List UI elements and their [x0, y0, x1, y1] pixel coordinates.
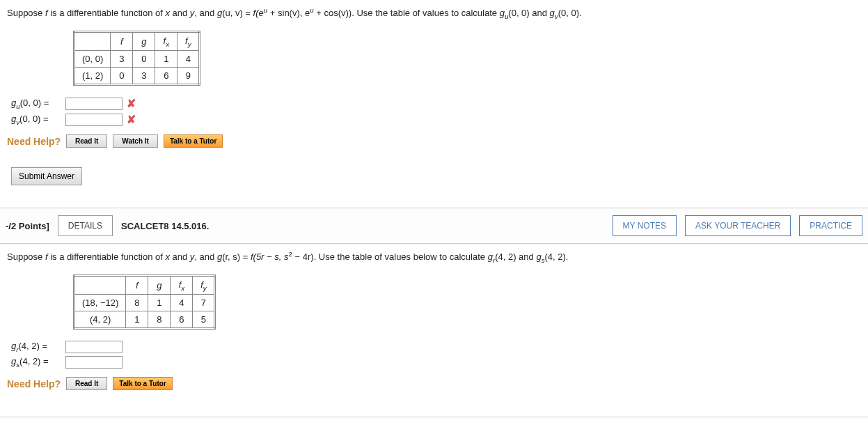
question-header-bar: -/2 Points] DETAILS SCALCET8 14.5.016. M… — [0, 208, 868, 244]
table-row: (0, 0) 3 0 1 4 — [74, 51, 200, 68]
table-cell: 0 — [133, 51, 155, 68]
need-help-label: Need Help? — [7, 136, 61, 147]
table-row: (18, −12) 8 1 4 7 — [74, 295, 215, 311]
table-cell: 3 — [111, 51, 133, 68]
text: g — [500, 8, 505, 18]
table-cell: 1 — [126, 311, 148, 329]
text: and — [170, 252, 190, 262]
table-cell: 6 — [171, 311, 193, 329]
table-header-row: f g fx fy — [74, 31, 200, 51]
text: f(e — [253, 8, 264, 18]
q1-answer-gv: gv(0, 0) = ✘ — [11, 113, 861, 126]
table-cell: 1 — [155, 51, 177, 68]
table-cell: 7 — [193, 295, 215, 311]
table-header — [74, 31, 111, 51]
text: + sin(v), e — [267, 8, 310, 18]
text: , and — [194, 252, 217, 262]
text: is a differentiable function of — [48, 252, 166, 262]
text: − 4r). Use the table of values below to … — [292, 252, 488, 262]
q2-table: f g fx fy (18, −12) 8 1 4 7 (4, 2) 1 8 6… — [73, 275, 216, 330]
table-cell: 4 — [171, 295, 193, 311]
text: (4, 2) and — [495, 252, 536, 262]
wrong-icon: ✘ — [127, 113, 136, 126]
table-cell: (1, 2) — [74, 68, 111, 85]
text: (u, v) = — [222, 8, 253, 18]
table-header — [74, 275, 126, 295]
text: , and — [194, 8, 217, 18]
table-cell: 9 — [177, 68, 200, 85]
answer-input-gr[interactable] — [65, 341, 123, 353]
text: + cos(v)). Use the table of values to ca… — [314, 8, 500, 18]
table-cell: 3 — [133, 68, 155, 85]
text: and — [170, 8, 190, 18]
table-cell: (4, 2) — [74, 311, 126, 329]
table-header: fx — [155, 31, 177, 51]
answer-label: gv(0, 0) = — [11, 114, 65, 126]
table-row: (4, 2) 1 8 6 5 — [74, 311, 215, 329]
table-row: (1, 2) 0 3 6 9 — [74, 68, 200, 85]
watch-it-button[interactable]: Watch It — [113, 134, 158, 148]
table-cell: 5 — [193, 311, 215, 329]
read-it-button[interactable]: Read It — [66, 134, 107, 148]
text: Suppose — [7, 8, 45, 18]
answer-input-gv[interactable] — [65, 114, 123, 126]
ask-teacher-button[interactable]: ASK YOUR TEACHER — [685, 215, 791, 236]
table-header-row: f g fx fy — [74, 275, 215, 295]
answer-label: gu(0, 0) = — [11, 98, 65, 110]
q1-table: f g fx fy (0, 0) 3 0 1 4 (1, 2) 0 3 6 9 — [73, 31, 200, 86]
q2-prompt: Suppose f is a differentiable function o… — [7, 249, 861, 266]
text: g — [550, 8, 555, 18]
table-header: f — [126, 275, 148, 295]
details-button[interactable]: DETAILS — [58, 215, 113, 236]
talk-to-tutor-button[interactable]: Talk to a Tutor — [164, 134, 223, 148]
text: g — [536, 252, 541, 262]
question-1: Suppose f is a differentiable function o… — [0, 0, 868, 191]
text: g — [488, 252, 493, 262]
answer-label: gr(4, 2) = — [11, 341, 65, 353]
q2-answer-gs: gs(4, 2) = — [11, 356, 861, 369]
table-cell: 1 — [148, 295, 171, 311]
table-cell: (0, 0) — [74, 51, 111, 68]
bottom-divider — [0, 417, 868, 417]
my-notes-button[interactable]: MY NOTES — [613, 215, 677, 236]
talk-to-tutor-button[interactable]: Talk to a Tutor — [113, 377, 172, 390]
submit-answer-button[interactable]: Submit Answer — [11, 167, 82, 185]
need-help-row: Need Help? Read It Talk to a Tutor — [7, 377, 861, 390]
text: (0, 0). — [558, 8, 582, 18]
q2-answer-gr: gr(4, 2) = — [11, 341, 861, 353]
question-2: Suppose f is a differentiable function o… — [0, 244, 868, 403]
need-help-row: Need Help? Read It Watch It Talk to a Tu… — [7, 134, 861, 148]
q1-answer-gu: gu(0, 0) = ✘ — [11, 97, 861, 110]
table-cell: (18, −12) — [74, 295, 126, 311]
text: is a differentiable function of — [48, 8, 166, 18]
answer-input-gs[interactable] — [65, 356, 123, 369]
answer-input-gu[interactable] — [65, 98, 123, 110]
book-reference: SCALCET8 14.5.016. — [121, 221, 209, 231]
table-header: g — [148, 275, 171, 295]
text: (r, s) = — [222, 252, 251, 262]
text: f(5r − s, s — [251, 252, 289, 262]
table-header: fy — [177, 31, 200, 51]
answer-label: gs(4, 2) = — [11, 356, 65, 369]
points-label: -/2 Points] — [6, 221, 49, 231]
table-cell: 8 — [148, 311, 171, 329]
table-header: fx — [171, 275, 193, 295]
table-cell: 4 — [177, 51, 200, 68]
table-header: g — [133, 31, 155, 51]
q1-prompt: Suppose f is a differentiable function o… — [7, 6, 861, 22]
table-cell: 8 — [126, 295, 148, 311]
table-header: f — [111, 31, 133, 51]
text: (4, 2). — [545, 252, 569, 262]
read-it-button[interactable]: Read It — [66, 377, 107, 390]
table-header: fy — [193, 275, 215, 295]
need-help-label: Need Help? — [7, 378, 61, 389]
practice-button[interactable]: PRACTICE — [799, 215, 862, 236]
text: (0, 0) and — [508, 8, 549, 18]
text: Suppose — [7, 252, 45, 262]
table-cell: 6 — [155, 68, 177, 85]
wrong-icon: ✘ — [127, 97, 136, 110]
table-cell: 0 — [111, 68, 133, 85]
